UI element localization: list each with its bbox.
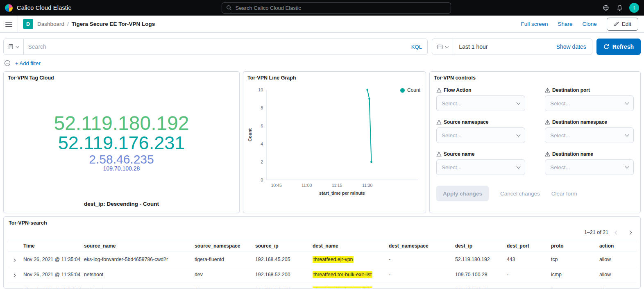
highlighted-dest-name: threatfeed.tor-bulk-exit-list [313,271,372,278]
cell-source-namespace: dev [191,282,252,289]
tag-cloud-term[interactable]: 52.119.176.231 [58,134,185,153]
expand-row-button[interactable] [11,271,17,279]
bell-icon [617,5,623,11]
count-series-line [367,90,372,162]
globe-icon [603,5,609,11]
column-header-source-name[interactable]: source_name [81,240,191,252]
table-header-row: Time source_name source_namespace source… [8,240,636,252]
warning-icon [545,120,550,125]
source-namespace-select[interactable]: Select... [436,127,525,143]
control-label: Destination namespace [545,119,634,125]
kql-search-input[interactable] [24,43,406,50]
global-search-area [75,2,598,14]
column-header-time[interactable]: Time [20,240,81,252]
user-avatar[interactable]: t [629,3,639,13]
select-placeholder: Select... [550,132,570,139]
global-search-input[interactable] [235,5,447,11]
search-icon [226,5,232,11]
control-destination-namespace: Destination namespace Select... [545,119,634,143]
expand-row-button[interactable] [11,286,17,289]
query-language-button[interactable]: KQL [406,44,427,50]
show-dates-button[interactable]: Show dates [551,43,592,50]
tag-cloud-term[interactable]: 52.119.180.192 [54,113,189,134]
x-tick-label: 11:30 [362,183,373,188]
column-header-source-namespace[interactable]: source_namespace [191,240,252,252]
column-header-dest-name[interactable]: dest_name [309,240,385,252]
cell-source-ip: 192.168.52.200 [252,282,309,289]
saved-query-menu-button[interactable] [4,39,24,55]
breadcrumb-dashboard[interactable]: Dashboard [37,21,64,27]
apply-changes-button[interactable]: Apply changes [436,186,489,201]
menu-button[interactable] [0,16,18,32]
tag-cloud-term[interactable]: 2.58.46.235 [89,153,154,166]
share-button[interactable]: Share [558,21,572,27]
flow-action-select[interactable]: Select... [436,95,525,111]
cancel-changes-button[interactable]: Cancel changes [500,191,540,197]
global-search-box[interactable] [222,2,451,14]
controls-actions: Apply changes Cancel changes Clear form [430,175,640,201]
cell-dest-name: threatfeed.tor-bulk-exit-list [309,267,385,282]
filter-options-button[interactable] [3,59,11,67]
chevron-right-icon [12,274,16,277]
chevron-down-icon [517,133,521,137]
cell-source-ip: 192.168.45.205 [252,252,309,267]
column-header-dest-port[interactable]: dest_port [503,240,548,252]
column-header-proto[interactable]: proto [548,240,596,252]
column-header-dest-namespace[interactable]: dest_namespace [385,240,452,252]
y-tick-label: 8 [261,105,263,110]
tag-cloud-term[interactable]: 109.70.100.28 [103,166,140,172]
date-quick-menu-button[interactable] [432,39,454,55]
select-placeholder: Select... [550,164,570,171]
date-picker: Last 1 hour Show dates [432,39,592,55]
select-placeholder: Select... [550,100,570,107]
control-label: Flow Action [436,87,525,93]
cell-dest-namespace: - [385,282,452,289]
control-label-text: Source name [444,151,474,157]
notifications-button[interactable] [616,4,624,12]
table-row: Nov 26, 2021 @ 11:35:04.000 eks-log-forw… [8,252,636,267]
panel-tag-cloud: Tor-VPN Tag Cloud 52.119.180.192 52.119.… [3,71,240,213]
y-tick-label: 4 [261,141,263,146]
column-header-action[interactable]: action [596,240,636,252]
refresh-button[interactable]: Refresh [596,39,641,55]
next-page-button[interactable] [625,227,635,237]
column-header-source-ip[interactable]: source_ip [252,240,309,252]
control-source-namespace: Source namespace Select... [436,119,525,143]
warning-icon [436,152,442,157]
chevron-down-icon [517,101,521,105]
legend-label: Count [407,87,420,93]
tag-cloud: 52.119.180.192 52.119.176.231 2.58.46.23… [4,84,239,201]
control-label: Destination name [545,151,634,157]
cell-dest-ip: 52.119.180.192 [452,252,503,267]
source-name-select[interactable]: Select... [436,159,525,175]
clone-button[interactable]: Clone [582,21,596,27]
edit-button[interactable]: Edit [607,18,638,31]
control-label-text: Flow Action [444,87,472,93]
add-filter-button[interactable]: + Add filter [15,60,41,66]
destination-namespace-select[interactable]: Select... [545,127,634,143]
cell-source-namespace: dev [191,267,252,282]
time-range-value[interactable]: Last 1 hour [453,43,550,50]
cell-source-ip: 192.168.52.200 [252,267,309,282]
expand-column-header [8,240,20,252]
brand-title: Calico Cloud Elastic [17,5,71,11]
expand-row-button[interactable] [11,256,17,264]
cell-dest-name: threatfeed.ejr-vpn [309,252,385,267]
full-screen-button[interactable]: Full screen [521,21,548,27]
hamburger-icon [5,22,12,27]
destination-name-select[interactable]: Select... [545,159,634,175]
column-header-dest-ip[interactable]: dest_ip [452,240,503,252]
previous-page-button[interactable] [612,227,621,237]
chevron-down-icon [445,45,449,48]
chart-legend[interactable]: Count [400,87,420,93]
calendar-icon [437,44,443,50]
chevron-down-icon [625,165,629,169]
destination-port-select[interactable]: Select... [545,95,634,111]
clear-form-button[interactable]: Clear form [551,191,577,197]
control-flow-action: Flow Action Select... [436,87,525,111]
cell-action: allow [596,252,636,267]
saved-queries-icon [8,44,14,50]
globe-button[interactable] [602,4,610,12]
panel-title-search: Tor-VPN-search [8,220,636,227]
cell-proto: icmp [548,282,596,289]
